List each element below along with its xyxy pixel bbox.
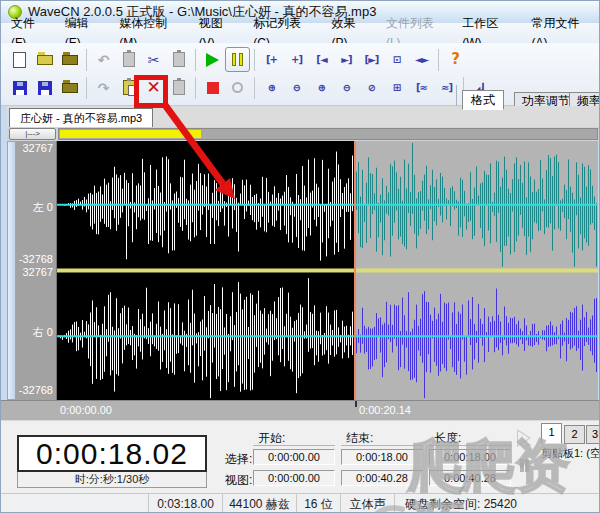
scale-left-zero: 左 0 (33, 200, 53, 215)
zoom-selection-button[interactable]: ⊞ (384, 75, 409, 100)
overview-position-bar[interactable] (58, 128, 598, 140)
zoom-out-vertical-button[interactable]: ⊖ (334, 75, 359, 100)
zoom-in-vertical-button[interactable]: ⊕ (309, 75, 334, 100)
cut-button[interactable]: ✂ (141, 47, 166, 72)
save-file-icon (13, 81, 27, 95)
new-file-icon (13, 52, 26, 68)
undo-icon: ↶ (98, 53, 110, 67)
header-underline (429, 445, 511, 446)
selection-invert-button[interactable]: ◄► (409, 47, 434, 72)
transport-panel: 0:00:18.02 时:分:秒:1/30秒 开始: 结束: 长度: 选择: 视… (1, 420, 600, 493)
overview-mode-button[interactable]: |---> (9, 128, 56, 140)
toolbar-separator (438, 49, 439, 71)
amplitude-scale: 32767 左 0 -32768 32767 右 0 -32768 (16, 141, 57, 400)
new-file-button[interactable] (7, 47, 32, 72)
zoom-in-horizontal-button[interactable]: ⊕ (259, 75, 284, 100)
zoom-out-horizontal-icon: ⊖ (293, 83, 300, 93)
toolbar-separator (195, 49, 196, 71)
toolbar-separator (86, 49, 87, 71)
annotation-highlight-box (134, 75, 168, 108)
help-button[interactable]: ? (443, 47, 468, 72)
status-total-length: 0:03:18.00 (149, 494, 223, 513)
toolbar: ↶✂[++][◄►][►]⊡◄►? ↷✕⊕⊖⊕⊖⊘⊞[≈≈]↲ 格式 功率调节 … (1, 43, 600, 106)
marker-select-button[interactable]: [►] (359, 47, 384, 72)
zoom-right-icon: ≈] (441, 83, 452, 93)
marker-sel-start-icon: [+ (266, 55, 277, 65)
timeline-ruler[interactable]: 0:00:00.00 0:00:20.14 (1, 400, 600, 420)
toolbar-row-2: ↷✕⊕⊖⊕⊖⊘⊞[≈≈]↲ (7, 74, 493, 101)
status-bar: 0:03:18.00 44100 赫兹 16 位 立体声 硬盘剩余空间: 254… (1, 493, 600, 513)
status-sample-rate: 44100 赫兹 (223, 494, 297, 513)
document-tab-strip: 庄心妍 - 真的不容易.mp3 (1, 106, 600, 127)
vertical-zoom-slider[interactable] (7, 141, 16, 400)
status-field-empty (1, 494, 149, 513)
time-format-label[interactable]: 时:分:秒:1/30秒 (17, 472, 207, 488)
clipboard-tab-2[interactable]: 2 (564, 425, 585, 444)
view-length-value[interactable]: 0:00:40.28 (429, 470, 511, 486)
marker-sel-end-button[interactable]: +] (284, 47, 309, 72)
status-disk-space: 硬盘剩余空间: 25420 (395, 494, 600, 513)
play-icon (206, 53, 219, 67)
zoom-left-button[interactable]: [≈ (409, 75, 434, 100)
copy-to-clipboard-button[interactable] (116, 47, 141, 72)
mix-paste-button[interactable] (166, 75, 191, 100)
copy-to-clipboard-icon (123, 52, 135, 67)
toolbar-row-1: ↶✂[++][◄►][►]⊡◄►? (7, 46, 468, 73)
zoom-in-vertical-icon: ⊕ (318, 83, 325, 93)
selection-invert-icon: ◄► (415, 55, 428, 65)
stop-button[interactable] (200, 75, 225, 100)
selection-end-value[interactable]: 0:00:18.00 (341, 449, 423, 465)
save-as-button[interactable] (32, 75, 57, 100)
scale-left-top: 32767 (22, 142, 53, 154)
close-file-icon (62, 83, 78, 93)
app-window: WaveCN 2.0.0.5 正式版 - G:\Music\庄心妍 - 真的不容… (0, 0, 600, 513)
waveform-display[interactable] (57, 141, 598, 400)
play-button[interactable] (200, 47, 225, 72)
clipboard-tab-3[interactable]: 3 (586, 425, 600, 444)
marker-next-button[interactable]: ►] (334, 47, 359, 72)
record-button[interactable] (225, 75, 250, 100)
preview-pause-icon[interactable] (520, 459, 529, 472)
toolbar-separator (86, 77, 87, 99)
save-file-button[interactable] (7, 75, 32, 100)
view-start-value[interactable]: 0:00:00.00 (253, 470, 335, 486)
ruler-label-mid: 0:00:20.14 (359, 404, 411, 416)
view-end-value[interactable]: 0:00:40.28 (341, 470, 423, 486)
marker-sel-start-button[interactable]: [+ (259, 47, 284, 72)
open-file-icon (37, 55, 53, 65)
zoom-full-icon: ⊘ (368, 83, 375, 93)
cut-icon: ✂ (148, 53, 160, 67)
pause-button[interactable] (225, 47, 250, 72)
open-file-button[interactable] (32, 47, 57, 72)
redo-button[interactable]: ↷ (91, 75, 116, 100)
clipboard-tab-1[interactable]: 1 (541, 423, 562, 444)
marker-prev-button[interactable]: [◄ (309, 47, 334, 72)
clipboard-status-label: 剪贴板1: (空 (541, 446, 600, 461)
toolbar-separator (254, 77, 255, 99)
marker-region-button[interactable]: ⊡ (384, 47, 409, 72)
scale-right-bottom: -32768 (19, 384, 53, 396)
help-icon: ? (451, 52, 460, 67)
zoom-full-button[interactable]: ⊘ (359, 75, 384, 100)
copy-special-button[interactable] (166, 47, 191, 72)
overview-row: |---> (1, 127, 600, 141)
marker-select-icon: [►] (365, 55, 379, 65)
marker-region-icon: ⊡ (393, 55, 400, 65)
preview-play-icon[interactable] (517, 429, 531, 447)
header-underline (253, 445, 335, 446)
mix-paste-icon (173, 80, 185, 95)
stop-icon (207, 82, 219, 94)
selection-length-value[interactable]: 0:00:18.00 (429, 449, 511, 465)
import-file-button[interactable] (57, 47, 82, 72)
toolbar-separator (254, 49, 255, 71)
status-channels: 立体声 (341, 494, 395, 513)
zoom-out-horizontal-button[interactable]: ⊖ (284, 75, 309, 100)
scale-left-bottom: -32768 (19, 253, 53, 265)
undo-button[interactable]: ↶ (91, 47, 116, 72)
selection-start-value[interactable]: 0:00:00.00 (253, 449, 335, 465)
ruler-selection-tick (355, 401, 357, 407)
tab-format[interactable]: 格式 (462, 90, 504, 110)
current-time-display: 0:00:18.02 (17, 435, 207, 472)
close-file-button[interactable] (57, 75, 82, 100)
document-tab[interactable]: 庄心妍 - 真的不容易.mp3 (9, 108, 153, 127)
